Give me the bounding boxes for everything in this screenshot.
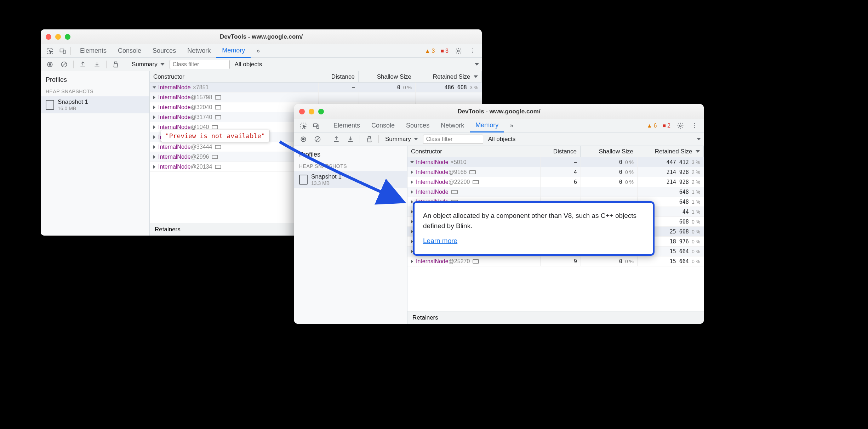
sidebar-title: Profiles [41,71,149,87]
table-row[interactable]: InternalNode @15798 [150,92,482,102]
svg-point-13 [302,138,305,140]
objects-filter[interactable]: All objects [485,136,519,143]
tab-memory[interactable]: Memory [470,119,504,132]
settings-icon[interactable] [674,119,687,132]
preview-unavailable-tooltip: "Preview is not available" [161,130,270,142]
sidebar: Profiles HEAP SNAPSHOTS Snapshot 1 16.0 … [41,71,150,236]
toolbar: Summary All objects [41,58,482,71]
col-shallow[interactable]: Shallow Size [581,146,637,157]
kebab-icon[interactable]: ⋮ [688,119,701,132]
chevron-down-icon [414,138,418,140]
table-header: Constructor Distance Shallow Size Retain… [407,146,704,157]
gc-icon[interactable] [109,58,122,71]
view-select[interactable]: Summary [128,61,168,68]
view-label: Summary [385,136,411,143]
tab-more[interactable]: » [504,119,519,132]
chevron-down-icon[interactable] [475,63,479,66]
panel-tabs: Elements Console Sources Network Memory … [328,119,519,132]
col-distance[interactable]: Distance [540,146,581,157]
download-icon[interactable] [91,58,103,71]
table-header: Constructor Distance Shallow Size Retain… [150,71,482,83]
svg-point-3 [458,50,459,52]
sidebar-section: HEAP SNAPSHOTS [41,87,149,96]
tab-console[interactable]: Console [366,119,400,132]
tab-bar: Elements Console Sources Network Memory … [294,119,704,132]
tab-elements[interactable]: Elements [328,119,366,132]
inspect-icon[interactable] [44,45,56,57]
upload-icon[interactable] [330,133,343,146]
snapshot-icon [299,175,308,185]
group-row[interactable]: InternalNode×5010−00 %447 4123 % [407,157,704,167]
tab-sources[interactable]: Sources [400,119,435,132]
tab-network[interactable]: Network [435,119,470,132]
error-badge[interactable]: ■ 3 [438,48,451,54]
svg-point-5 [49,63,51,66]
tab-console[interactable]: Console [112,44,147,58]
minimize-button[interactable] [55,34,61,40]
sort-icon [696,150,700,153]
view-label: Summary [132,61,158,68]
tab-network[interactable]: Network [182,44,216,58]
download-icon[interactable] [344,133,357,146]
record-icon[interactable] [297,133,310,146]
warn-count: 6 [654,123,657,129]
class-filter-input[interactable] [423,135,483,144]
table-row[interactable]: InternalNode @25270900 %15 6640 % [407,256,704,266]
description-tooltip: An object allocated by a component other… [413,201,655,256]
clear-icon[interactable] [311,133,324,146]
snapshot-name: Snapshot 1 [311,173,342,180]
titlebar[interactable]: DevTools - www.google.com/ [41,29,482,44]
tab-elements[interactable]: Elements [74,44,112,58]
col-constructor[interactable]: Constructor [407,146,540,157]
col-retained[interactable]: Retained Size [415,71,482,82]
zoom-button[interactable] [65,34,70,40]
inspect-icon[interactable] [297,119,310,132]
minimize-button[interactable] [309,109,314,114]
device-icon[interactable] [310,119,322,132]
warning-badge[interactable]: ▲ 6 [645,123,659,129]
err-count: 2 [667,123,670,129]
clear-icon[interactable] [58,58,70,71]
col-retained[interactable]: Retained Size [637,146,704,157]
table-row[interactable]: InternalNode @22200600 %214 9282 % [407,177,704,187]
table-row[interactable]: InternalNode 6481 % [407,187,704,197]
close-button[interactable] [299,109,305,114]
class-filter-input[interactable] [170,60,230,69]
col-distance[interactable]: Distance [318,71,359,82]
traffic-lights [46,34,70,40]
kebab-icon[interactable]: ⋮ [466,45,479,57]
table-row[interactable]: InternalNode @9166400 %214 9282 % [407,167,704,177]
warning-badge[interactable]: ▲ 3 [423,48,437,54]
col-constructor[interactable]: Constructor [150,71,318,82]
settings-icon[interactable] [452,45,465,57]
tab-bar: Elements Console Sources Network Memory … [41,44,482,58]
retainers-section[interactable]: Retainers [407,311,704,324]
upload-icon[interactable] [76,58,89,71]
device-icon[interactable] [56,45,69,57]
snapshot-item[interactable]: Snapshot 1 16.0 MB [41,96,149,113]
col-shallow[interactable]: Shallow Size [359,71,415,82]
learn-more-link[interactable]: Learn more [423,236,457,246]
close-button[interactable] [46,34,51,40]
titlebar[interactable]: DevTools - www.google.com/ [294,104,704,119]
group-row[interactable]: InternalNode×7851−00 %486 6083 % [150,83,482,92]
error-badge[interactable]: ■ 2 [660,123,673,129]
panel-tabs: Elements Console Sources Network Memory … [74,44,265,58]
filter-label: All objects [488,136,515,143]
tab-memory[interactable]: Memory [216,44,251,58]
tab-sources[interactable]: Sources [147,44,182,58]
view-select[interactable]: Summary [382,136,422,143]
record-icon[interactable] [44,58,56,71]
sidebar-section: HEAP SNAPSHOTS [294,162,407,171]
window-title: DevTools - www.google.com/ [294,108,704,115]
snapshot-name: Snapshot 1 [58,98,88,106]
zoom-button[interactable] [318,109,324,114]
window-title: DevTools - www.google.com/ [41,33,482,40]
gc-icon[interactable] [363,133,376,146]
tab-more[interactable]: » [251,44,265,58]
chevron-down-icon[interactable] [697,138,701,140]
objects-filter[interactable]: All objects [231,61,265,68]
sidebar-title: Profiles [294,146,407,162]
snapshot-item[interactable]: Snapshot 1 13.3 MB [294,171,407,188]
snapshot-size: 13.3 MB [311,180,342,186]
